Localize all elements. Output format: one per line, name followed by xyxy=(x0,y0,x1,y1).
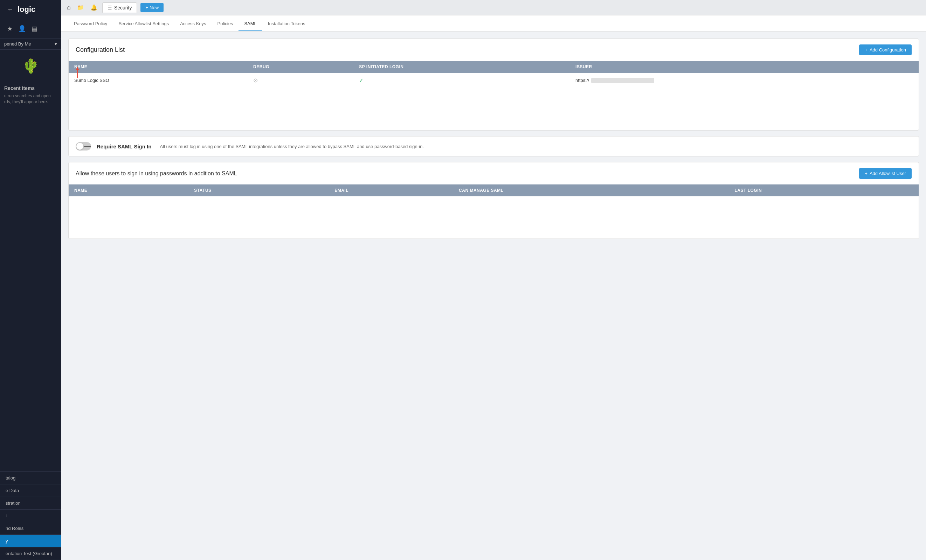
red-arrow-annotation xyxy=(77,67,78,78)
bell-button[interactable]: 🔔 xyxy=(88,3,100,12)
tab-saml[interactable]: SAML xyxy=(239,17,262,31)
table-header-row: NAME DEBUG SP INITIATED LOGIN ISSUER xyxy=(69,61,918,73)
avatar-emoji: 🌵 xyxy=(22,58,39,74)
add-configuration-button[interactable]: + Add Configuration xyxy=(859,44,912,55)
sidebar-item-administration[interactable]: stration xyxy=(0,497,61,510)
issuer-value-blurred xyxy=(591,78,654,83)
tab-policies[interactable]: Policies xyxy=(212,17,239,31)
row-name-value: Sumo Logic SSO xyxy=(74,78,109,83)
cell-debug: ⊘ xyxy=(248,73,353,88)
col-name: NAME xyxy=(69,184,188,196)
sidebar-logo: ← logic xyxy=(0,0,61,19)
user-avatar: 🌵 xyxy=(17,55,45,76)
require-saml-toggle[interactable] xyxy=(76,142,91,151)
person-icon-button[interactable]: 👤 xyxy=(15,23,29,35)
table-row[interactable]: Sumo Logic SSO ⊘ ✓ https:// xyxy=(69,73,918,88)
col-status: STATUS xyxy=(188,184,329,196)
require-saml-description: All users must log in using one of the S… xyxy=(160,144,424,149)
tab-service-allowlist[interactable]: Service Allowlist Settings xyxy=(113,17,174,31)
allowlist-table: NAME STATUS EMAIL CAN MANAGE SAML LAST L… xyxy=(69,184,918,239)
opened-by-me-dropdown[interactable]: pened By Me ▾ xyxy=(0,39,61,50)
sidebar-item-t[interactable]: t xyxy=(0,510,61,522)
tab-access-keys[interactable]: Access Keys xyxy=(174,17,212,31)
tab-label: Security xyxy=(114,5,132,11)
allowlist-header-row: NAME STATUS EMAIL CAN MANAGE SAML LAST L… xyxy=(69,184,918,196)
col-sp-initiated-login: SP INITIATED LOGIN xyxy=(353,61,570,73)
topbar: ⌂ 📁 🔔 ☰ Security + New xyxy=(61,0,926,15)
configuration-list-card: Configuration List + Add Configuration N… xyxy=(68,39,919,131)
layers-icon-button[interactable]: ▤ xyxy=(29,23,40,35)
configuration-table: NAME DEBUG SP INITIATED LOGIN ISSUER Sum… xyxy=(69,61,918,88)
logo-text: logic xyxy=(18,5,35,14)
require-saml-card: Require SAML Sign In All users must log … xyxy=(68,136,919,157)
table-empty-space xyxy=(69,88,918,130)
allowlist-empty-row xyxy=(69,196,918,238)
add-configuration-label: Add Configuration xyxy=(870,47,906,53)
col-last-login: LAST LOGIN xyxy=(729,184,918,196)
sp-login-check-icon: ✓ xyxy=(359,77,363,83)
col-email: EMAIL xyxy=(329,184,453,196)
page-content: Configuration List + Add Configuration N… xyxy=(61,32,926,560)
back-button[interactable]: ← xyxy=(6,6,15,13)
toggle-dash xyxy=(84,146,91,146)
allowlist-table-container: NAME STATUS EMAIL CAN MANAGE SAML LAST L… xyxy=(69,184,918,239)
add-allowlist-user-button[interactable]: + Add Allowlist User xyxy=(859,168,912,179)
recent-items-section: Recent Items u run searches and open rds… xyxy=(0,82,61,109)
home-button[interactable]: ⌂ xyxy=(64,3,74,13)
security-tab[interactable]: ☰ Security xyxy=(102,3,137,13)
add-allowlist-label: Add Allowlist User xyxy=(870,171,906,176)
debug-disabled-icon: ⊘ xyxy=(253,77,258,83)
sidebar-item-test[interactable]: entation Test (Grootan) xyxy=(0,547,61,560)
configuration-list-header: Configuration List + Add Configuration xyxy=(69,39,918,61)
cell-sp-login: ✓ xyxy=(353,73,570,88)
sidebar: ← logic ★ 👤 ▤ pened By Me ▾ 🌵 Recent Ite… xyxy=(0,0,61,560)
recent-items-title: Recent Items xyxy=(4,85,57,91)
allowlist-header: Allow these users to sign in using passw… xyxy=(69,162,918,184)
recent-items-desc: u run searches and open rds, they'll app… xyxy=(4,93,57,105)
require-saml-label: Require SAML Sign In xyxy=(97,143,151,149)
dropdown-label: pened By Me xyxy=(4,41,31,47)
tab-installation-tokens[interactable]: Installation Tokens xyxy=(262,17,311,31)
configuration-list-title: Configuration List xyxy=(76,46,125,54)
new-button[interactable]: + New xyxy=(141,3,163,12)
cell-name: Sumo Logic SSO xyxy=(69,73,248,88)
tab-password-policy[interactable]: Password Policy xyxy=(68,17,113,31)
star-icon-button[interactable]: ★ xyxy=(4,23,15,35)
sidebar-item-catalog[interactable]: talog xyxy=(0,472,61,485)
new-button-label: New xyxy=(150,5,159,10)
subnav: Password Policy Service Allowlist Settin… xyxy=(61,15,926,32)
arrow-annotation: Sumo Logic SSO xyxy=(74,78,109,83)
col-name: NAME xyxy=(69,61,248,73)
col-can-manage-saml: CAN MANAGE SAML xyxy=(453,184,729,196)
plus-icon: + xyxy=(145,5,148,10)
issuer-prefix: https:// xyxy=(575,78,589,83)
sidebar-item-security[interactable]: y xyxy=(0,535,61,547)
files-button[interactable]: 📁 xyxy=(74,3,87,12)
sidebar-icon-bar: ★ 👤 ▤ xyxy=(0,19,61,39)
chevron-down-icon: ▾ xyxy=(54,41,57,47)
plus-icon: + xyxy=(865,171,867,176)
toggle-knob xyxy=(76,143,83,150)
allowlist-title: Allow these users to sign in using passw… xyxy=(76,171,237,177)
sidebar-item-data[interactable]: e Data xyxy=(0,485,61,497)
cell-issuer: https:// xyxy=(570,73,918,88)
allowlist-empty-space xyxy=(69,196,918,238)
allowlist-card: Allow these users to sign in using passw… xyxy=(68,162,919,239)
sidebar-item-roles[interactable]: nd Roles xyxy=(0,522,61,535)
col-debug: DEBUG xyxy=(248,61,353,73)
sidebar-nav: talog e Data stration t nd Roles y entat… xyxy=(0,471,61,560)
configuration-table-container: NAME DEBUG SP INITIATED LOGIN ISSUER Sum… xyxy=(69,61,918,88)
plus-icon: + xyxy=(865,47,867,53)
col-issuer: ISSUER xyxy=(570,61,918,73)
main-content: ⌂ 📁 🔔 ☰ Security + New Password Policy S… xyxy=(61,0,926,560)
list-icon: ☰ xyxy=(107,5,112,11)
